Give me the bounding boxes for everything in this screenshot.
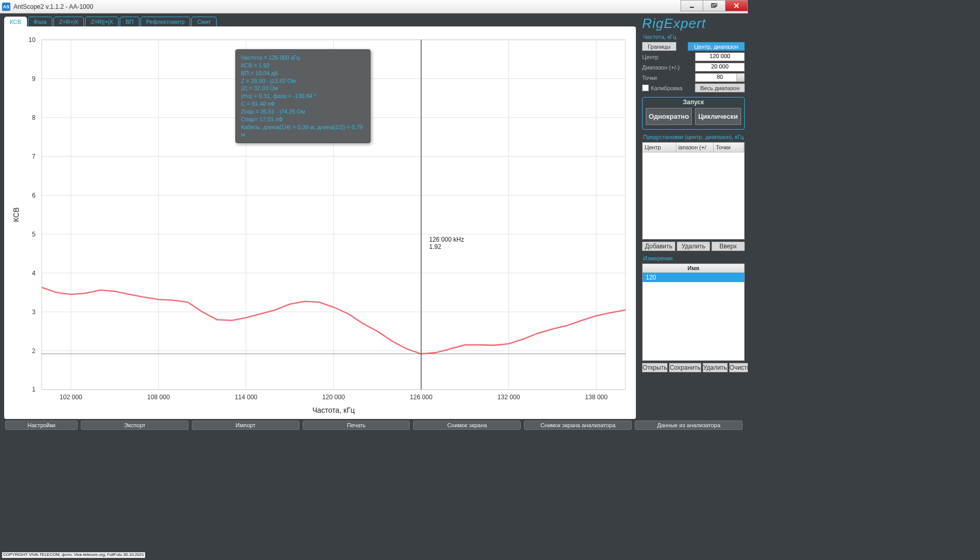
preset-up-button[interactable]: Вверх — [712, 242, 745, 251]
freq-section-label: Частота, кГц — [643, 34, 745, 40]
cursor-val: 1.92 — [429, 243, 464, 250]
tab-rl[interactable]: ВП — [120, 17, 139, 26]
measurements-label: Измерения — [643, 255, 745, 261]
range-label: Диапазон (+/-) — [642, 64, 695, 71]
launch-title: Запуск — [643, 99, 744, 106]
svg-text:1: 1 — [32, 386, 36, 393]
minimize-button[interactable] — [680, 0, 703, 11]
svg-text:9: 9 — [32, 75, 36, 82]
chart-tooltip: Частота = 126 000 кГц КСВ = 1.92 ВП = 10… — [235, 49, 371, 143]
svg-text:10: 10 — [29, 36, 36, 44]
svg-text:2: 2 — [32, 347, 36, 354]
window-title: AntScope2 v.1.1.2 - AA-1000 — [13, 3, 93, 10]
tab-phase[interactable]: Фаза — [28, 17, 53, 26]
calibration-checkbox[interactable] — [642, 85, 649, 91]
print-button[interactable]: Печать — [303, 421, 410, 430]
import-button[interactable]: Импорт — [192, 421, 300, 430]
meas-open-button[interactable]: Открыть — [642, 363, 667, 372]
meas-clear-button[interactable]: Очистить — [729, 363, 748, 372]
tab-zrjx[interactable]: Z=R+jX — [53, 17, 84, 26]
points-label: Точки — [642, 75, 695, 81]
svg-text:132 000: 132 000 — [498, 394, 520, 401]
presets-label: Предустановки (центр, диапазон), кГц — [643, 134, 745, 140]
tab-smith[interactable]: Смит — [191, 17, 217, 26]
svg-text:4: 4 — [32, 269, 36, 276]
app-icon: AS — [2, 3, 10, 11]
export-button[interactable]: Экспорт — [81, 421, 189, 430]
close-button[interactable] — [725, 0, 748, 11]
limits-button[interactable]: Границы — [642, 42, 676, 51]
svg-text:Частота, кГц: Частота, кГц — [313, 405, 355, 414]
tooltip-line: ВП = 10.04 дБ — [241, 69, 365, 77]
svg-text:102 000: 102 000 — [60, 394, 82, 401]
presets-col-center: Центр — [643, 143, 676, 152]
screenshot-button[interactable]: Снимок экрана — [413, 421, 521, 430]
tooltip-line: |rho| = 0.31, фаза = -136.84 ° — [241, 92, 365, 100]
data-from-analyzer-button[interactable]: Данные из анализатора — [635, 421, 743, 430]
title-bar: AS AntScope2 v.1.1.2 - AA-1000 — [0, 0, 748, 13]
full-range-button[interactable]: Весь диапазон — [695, 83, 745, 92]
svg-text:5: 5 — [32, 231, 36, 238]
svg-text:КСВ: КСВ — [12, 207, 20, 222]
meas-delete-button[interactable]: Удалить — [703, 363, 728, 372]
measurements-col-name: Имя — [643, 264, 744, 273]
svg-text:114 000: 114 000 — [235, 394, 258, 401]
preset-add-button[interactable]: Добавить — [642, 242, 675, 251]
tooltip-line: Zпар = 35.51 - j74.25 Ом — [241, 108, 365, 116]
preset-delete-button[interactable]: Удалить — [677, 242, 710, 251]
launch-group: Запуск Однократно Циклически — [642, 97, 745, 130]
svg-text:108 000: 108 000 — [147, 394, 170, 401]
center-input[interactable]: 120 000 — [695, 52, 745, 61]
presets-col-points: Точки — [714, 143, 744, 152]
measurement-item[interactable]: 120 — [643, 273, 744, 282]
calibration-label: Калибровка — [651, 85, 683, 91]
svg-text:6: 6 — [32, 192, 36, 199]
svg-text:120 000: 120 000 — [322, 394, 345, 401]
tab-tdr[interactable]: Рефлектометр — [140, 17, 191, 26]
maximize-button[interactable] — [703, 0, 726, 11]
tab-bar: КСВ Фаза Z=R+jX Z=R||+jX ВП Рефлектометр… — [4, 17, 636, 26]
meas-save-button[interactable]: Сохранить — [669, 363, 701, 372]
run-cyclic-button[interactable]: Циклически — [695, 108, 741, 125]
tooltip-line: КСВ = 1.92 — [241, 62, 365, 69]
presets-col-range: іапазон (+/ — [676, 143, 714, 152]
settings-button[interactable]: Настройки — [5, 421, 78, 430]
analyzer-screenshot-button[interactable]: Снимок экрана анализатора — [524, 421, 632, 430]
tooltip-line: |Z| = 32.03 Ом — [241, 85, 365, 92]
tab-zparjx[interactable]: Z=R||+jX — [85, 17, 119, 26]
tooltip-line: Cпар= 17.01 пФ — [241, 116, 365, 123]
tooltip-line: Кабель: длина(1/4) = 0.39 м, длина(1/2) … — [241, 123, 365, 139]
cursor-freq: 126 000 kHz — [429, 236, 464, 243]
svg-text:138 000: 138 000 — [585, 394, 608, 401]
svg-text:7: 7 — [32, 153, 36, 160]
bottom-toolbar: Настройки Экспорт Импорт Печать Снимок э… — [0, 419, 748, 431]
range-input[interactable]: 20 000 — [695, 63, 745, 72]
svg-text:8: 8 — [32, 114, 36, 121]
center-range-button[interactable]: Центр, диапазон — [688, 42, 745, 51]
center-label: Центр — [642, 54, 695, 60]
tab-swr[interactable]: КСВ — [4, 17, 27, 26]
tooltip-line: C = 91.40 пФ — [241, 100, 365, 108]
svg-text:126 000: 126 000 — [410, 394, 433, 401]
tooltip-line: Частота = 126 000 кГц — [241, 54, 365, 62]
rigexpert-logo: RigExpert — [642, 16, 745, 32]
svg-text:3: 3 — [32, 308, 36, 315]
chart-area[interactable]: 102 000108 000114 000120 000126 000132 0… — [4, 26, 636, 419]
presets-list[interactable]: Центр іапазон (+/ Точки — [642, 142, 745, 240]
cursor-label: 126 000 kHz 1.92 — [429, 236, 464, 250]
run-once-button[interactable]: Однократно — [646, 108, 692, 125]
points-input[interactable]: 80 — [695, 73, 745, 82]
measurements-list[interactable]: Имя 120 — [642, 263, 745, 361]
tooltip-line: Z = 28.90 - j13.82 Ом — [241, 77, 365, 85]
